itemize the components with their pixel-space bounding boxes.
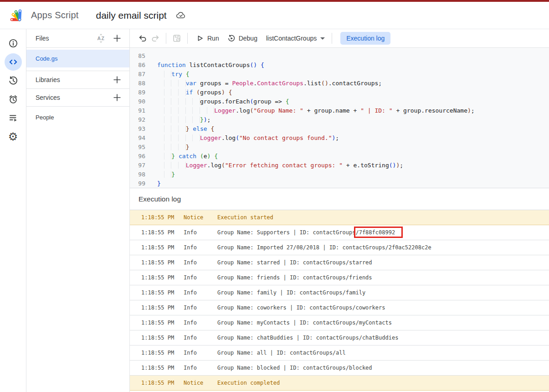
log-row: 1:18:55 PMInfoGroup Name: coworkers | ID… (130, 300, 549, 315)
log-message: Group Name: family | ID: contactGroups/f… (217, 289, 549, 296)
log-timestamp: 1:18:55 PM (141, 335, 184, 341)
file-name: Code.gs (36, 55, 57, 62)
apps-script-logo (9, 8, 26, 23)
log-level: Info (184, 244, 217, 251)
log-level: Info (184, 289, 217, 296)
toolbar-separator (187, 33, 188, 44)
line-number: 98 (130, 170, 145, 179)
add-service-button[interactable] (112, 93, 122, 103)
code-line: 90 groups.forEach(group => { (130, 97, 549, 106)
log-timestamp: 1:18:55 PM (141, 214, 184, 221)
file-item-code-gs[interactable]: Code.gs (26, 50, 129, 67)
services-section: Services (26, 89, 129, 107)
code-line: 98 } (130, 170, 549, 179)
toolbar-separator (166, 33, 166, 44)
log-level: Notice (184, 380, 217, 386)
executions-list-icon (8, 113, 18, 123)
code-line: 91 Logger.log("Group Name: " + group.nam… (130, 106, 549, 115)
log-row: 1:18:55 PMInfoGroup Name: family | ID: c… (130, 285, 549, 300)
log-level: Notice (184, 214, 217, 221)
rail-project-history-button[interactable] (5, 72, 22, 89)
project-title: daily email script (96, 10, 166, 21)
log-level: Info (184, 320, 217, 326)
log-row: 1:18:55 PMInfoGroup Name: all | ID: cont… (130, 346, 549, 361)
services-label: Services (36, 94, 112, 101)
log-row: 1:18:55 PMInfoGroup Name: chatBuddies | … (130, 330, 549, 346)
line-number: 89 (130, 88, 145, 97)
log-level: Info (184, 259, 217, 266)
log-message: Group Name: Supporters | ID: contactGrou… (217, 229, 549, 236)
code-line: 86function listContactGroups() { (130, 61, 549, 70)
add-library-button[interactable] (112, 75, 122, 85)
redo-button[interactable] (149, 32, 162, 45)
code-line: 89 if (groups) { (130, 88, 549, 97)
libraries-label: Libraries (36, 76, 112, 83)
log-timestamp: 1:18:55 PM (141, 320, 184, 326)
app-header: Apps Script daily email script (0, 2, 549, 29)
undo-button[interactable] (136, 32, 149, 45)
editor-toolbar: Run Debug listContactGroups Execution lo… (130, 29, 549, 48)
files-header-label: Files (36, 35, 97, 42)
log-row: 1:18:55 PMInfoGroup Name: starred | ID: … (130, 255, 549, 270)
line-number: 88 (130, 79, 145, 88)
log-row: 1:18:55 PMNoticeExecution started (130, 210, 549, 225)
run-button[interactable]: Run (196, 34, 219, 42)
editor-main: Run Debug listContactGroups Execution lo… (130, 29, 549, 392)
service-item-people[interactable]: People (26, 107, 129, 121)
rail-triggers-button[interactable] (5, 91, 22, 108)
code-lines: 8586function listContactGroups() {87 try… (130, 52, 549, 188)
rail-executions-button[interactable] (5, 109, 22, 127)
libraries-section: Libraries (26, 71, 129, 89)
rail-editor-button[interactable] (5, 53, 22, 71)
code-editor[interactable]: 8586function listContactGroups() {87 try… (130, 48, 549, 188)
log-message: Group Name: friends | ID: contactGroups/… (217, 274, 549, 281)
execution-log-title: Execution log (130, 188, 549, 203)
line-number: 90 (130, 97, 145, 106)
svg-text:A: A (97, 36, 101, 41)
rail-settings-button[interactable]: ⚙ (5, 128, 22, 145)
redo-icon (151, 34, 160, 43)
code-line: 97 Logger.log("Error fetching contact gr… (130, 161, 549, 170)
add-file-button[interactable] (112, 33, 122, 43)
apps-script-window: Apps Script daily email script (0, 0, 549, 392)
chevron-down-icon (320, 37, 325, 40)
code-line: 85 (130, 52, 549, 61)
log-row: 1:18:55 PMInfoGroup Name: friends | ID: … (130, 270, 549, 285)
history-icon (8, 76, 18, 86)
debug-button[interactable]: Debug (227, 34, 257, 42)
line-number: 87 (130, 70, 145, 79)
line-number: 95 (130, 143, 145, 152)
info-icon (8, 38, 18, 48)
code-line: 92 }); (130, 115, 549, 124)
function-selector[interactable]: listContactGroups (266, 35, 325, 42)
log-message: Group Name: myContacts | ID: contactGrou… (217, 320, 549, 326)
run-label: Run (207, 35, 219, 42)
log-message: Group Name: all | ID: contactGroups/all (217, 350, 549, 356)
log-message: Group Name: coworkers | ID: contactGroup… (217, 304, 549, 311)
log-level: Info (184, 335, 217, 341)
code-line: 88 var groups = People.ContactGroups.lis… (130, 79, 549, 88)
log-message: Group Name: Imported 27/08/2018 | ID: co… (217, 244, 549, 251)
az-sort-icon[interactable]: A Z (97, 34, 106, 43)
line-number: 97 (130, 161, 145, 170)
log-timestamp: 1:18:55 PM (141, 244, 184, 251)
line-number: 99 (130, 179, 145, 188)
rail-overview-button[interactable] (5, 35, 22, 52)
code-line: 93 } else { (130, 124, 549, 134)
log-level: Info (184, 274, 217, 281)
play-icon (196, 34, 204, 42)
log-row: 1:18:55 PMInfoGroup Name: blocked | ID: … (130, 361, 549, 376)
log-level: Info (184, 229, 217, 236)
execution-log-button[interactable]: Execution log (340, 32, 390, 45)
execution-log-table: 1:18:55 PMNoticeExecution started1:18:55… (130, 210, 549, 391)
cloud-check-icon (176, 10, 186, 21)
files-header: Files A Z (26, 29, 129, 48)
code-line: 96 } catch (e) { (130, 152, 549, 161)
line-number: 91 (130, 106, 145, 115)
log-message: Execution completed (217, 380, 549, 386)
save-button[interactable] (170, 32, 183, 45)
execution-log-panel: Execution log 1:18:55 PMNoticeExecution … (130, 188, 549, 392)
code-icon (8, 57, 18, 67)
log-level: Info (184, 365, 217, 371)
left-rail: ⚙ (0, 29, 26, 392)
